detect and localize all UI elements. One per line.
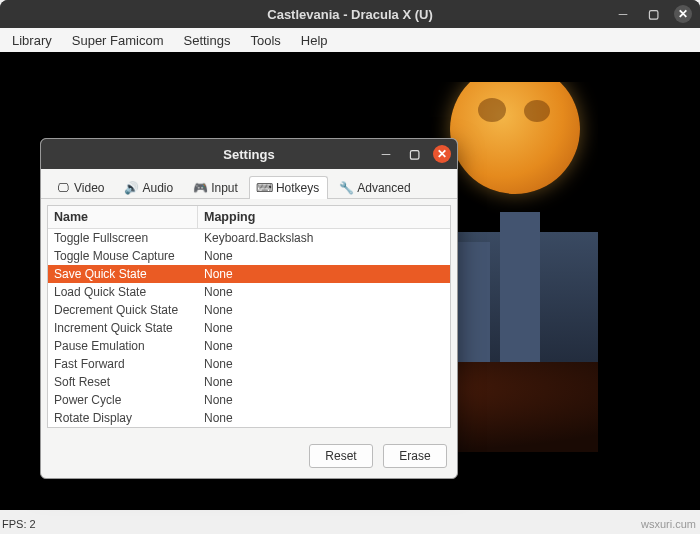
main-window-controls: ─ ▢ ✕ [614,5,692,23]
tab-hotkeys[interactable]: ⌨ Hotkeys [249,176,328,199]
maximize-button[interactable]: ▢ [644,5,662,23]
cell-mapping: None [198,373,450,391]
hotkeys-table: Name Mapping Toggle FullscreenKeyboard.B… [47,205,451,428]
cell-mapping: None [198,265,450,283]
cell-mapping: None [198,355,450,373]
tab-label: Advanced [357,181,410,195]
menu-library[interactable]: Library [4,31,60,50]
cell-name: Pause Emulation [48,337,198,355]
cell-mapping: None [198,319,450,337]
tab-label: Video [74,181,104,195]
dialog-minimize-button[interactable]: ─ [377,145,395,163]
main-titlebar: Castlevania - Dracula X (U) ─ ▢ ✕ [0,0,700,28]
cell-name: Save Quick State [48,265,198,283]
cell-name: Increment Quick State [48,319,198,337]
menu-settings[interactable]: Settings [176,31,239,50]
cell-name: Fast Forward [48,355,198,373]
table-body: Toggle FullscreenKeyboard.BackslashToggl… [48,229,450,427]
table-row[interactable]: Toggle FullscreenKeyboard.Backslash [48,229,450,247]
erase-button[interactable]: Erase [383,444,447,468]
minimize-button[interactable]: ─ [614,5,632,23]
table-row[interactable]: Save Quick StateNone [48,265,450,283]
table-row[interactable]: Soft ResetNone [48,373,450,391]
cell-mapping: Keyboard.Backslash [198,229,450,247]
watermark: wsxuri.cum [641,518,696,530]
menubar: Library Super Famicom Settings Tools Hel… [0,28,700,52]
dialog-close-button[interactable]: ✕ [433,145,451,163]
cell-mapping: None [198,301,450,319]
castle-tower [500,212,540,382]
dialog-button-bar: Reset Erase [41,434,457,478]
cell-mapping: None [198,409,450,427]
table-row[interactable]: Fast ForwardNone [48,355,450,373]
monitor-icon: 🖵 [56,181,70,195]
tab-video[interactable]: 🖵 Video [47,176,113,199]
cell-name: Rotate Display [48,409,198,427]
cell-mapping: None [198,337,450,355]
cell-name: Soft Reset [48,373,198,391]
dialog-title: Settings [223,147,274,162]
tab-audio[interactable]: 🔊 Audio [115,176,182,199]
dialog-maximize-button[interactable]: ▢ [405,145,423,163]
speaker-icon: 🔊 [124,181,138,195]
status-fps: FPS: 2 [0,518,36,530]
cell-name: Decrement Quick State [48,301,198,319]
cell-mapping: None [198,247,450,265]
table-row[interactable]: Power CycleNone [48,391,450,409]
column-header-name[interactable]: Name [48,206,198,228]
cell-name: Power Cycle [48,391,198,409]
tab-label: Hotkeys [276,181,319,195]
cell-name: Toggle Mouse Capture [48,247,198,265]
cell-mapping: None [198,391,450,409]
tab-label: Input [211,181,238,195]
table-row[interactable]: Decrement Quick StateNone [48,301,450,319]
tab-advanced[interactable]: 🔧 Advanced [330,176,419,199]
cell-name: Toggle Fullscreen [48,229,198,247]
table-header: Name Mapping [48,206,450,229]
main-title: Castlevania - Dracula X (U) [267,7,432,22]
settings-dialog: Settings ─ ▢ ✕ 🖵 Video 🔊 Audio 🎮 Input ⌨… [40,138,458,479]
table-row[interactable]: Load Quick StateNone [48,283,450,301]
gamepad-icon: 🎮 [193,181,207,195]
settings-tabbar: 🖵 Video 🔊 Audio 🎮 Input ⌨ Hotkeys 🔧 Adva… [41,169,457,199]
table-row[interactable]: Increment Quick StateNone [48,319,450,337]
column-header-mapping[interactable]: Mapping [198,206,450,228]
menu-super-famicom[interactable]: Super Famicom [64,31,172,50]
table-row[interactable]: Rotate DisplayNone [48,409,450,427]
cell-mapping: None [198,283,450,301]
wrench-icon: 🔧 [339,181,353,195]
dialog-titlebar: Settings ─ ▢ ✕ [41,139,457,169]
dialog-window-controls: ─ ▢ ✕ [377,145,451,163]
tab-label: Audio [142,181,173,195]
table-row[interactable]: Pause EmulationNone [48,337,450,355]
cell-name: Load Quick State [48,283,198,301]
menu-tools[interactable]: Tools [242,31,288,50]
keyboard-icon: ⌨ [258,181,272,195]
moon-graphic [450,82,580,194]
menu-help[interactable]: Help [293,31,336,50]
table-row[interactable]: Toggle Mouse CaptureNone [48,247,450,265]
close-button[interactable]: ✕ [674,5,692,23]
tab-input[interactable]: 🎮 Input [184,176,247,199]
reset-button[interactable]: Reset [309,444,373,468]
